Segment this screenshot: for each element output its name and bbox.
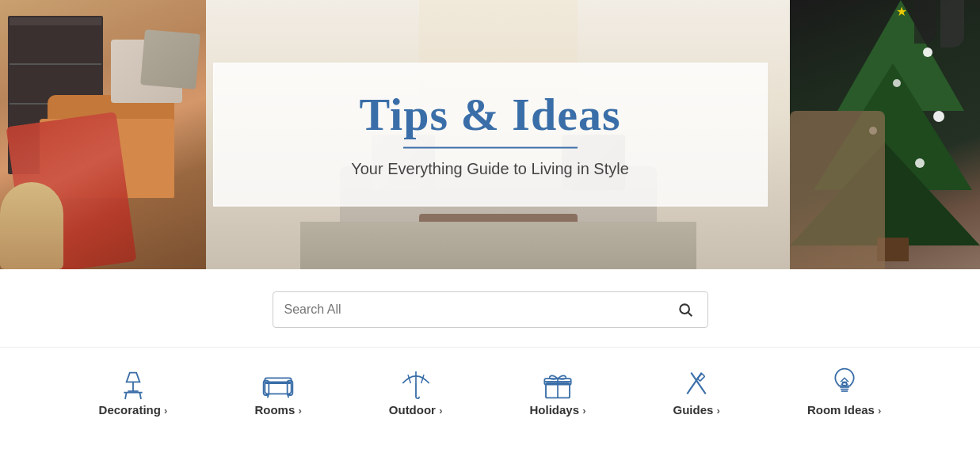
search-input[interactable] bbox=[284, 303, 674, 317]
outdoor-label: Outdoor › bbox=[389, 403, 443, 417]
rooms-label: Rooms › bbox=[254, 403, 301, 417]
category-guides[interactable]: Guides › bbox=[630, 356, 764, 424]
search-section bbox=[0, 269, 980, 347]
hero-title-underline bbox=[403, 147, 578, 149]
decorating-icon bbox=[113, 363, 153, 403]
holidays-icon bbox=[538, 363, 578, 403]
search-button[interactable] bbox=[674, 299, 696, 321]
hero-section: ★ Tips & Ideas Your Everything Guide to … bbox=[0, 0, 980, 269]
decorating-label: Decorating › bbox=[99, 403, 168, 417]
svg-marker-2 bbox=[127, 373, 140, 382]
svg-line-1 bbox=[688, 313, 692, 317]
guides-icon bbox=[677, 363, 716, 403]
search-box bbox=[273, 291, 708, 328]
hero-title: Tips & Ideas bbox=[277, 88, 704, 141]
rooms-icon bbox=[258, 363, 298, 403]
hero-subtitle: Your Everything Guide to Living in Style bbox=[277, 160, 704, 178]
svg-rect-23 bbox=[697, 374, 704, 381]
room-ideas-icon bbox=[825, 363, 864, 403]
category-rooms[interactable]: Rooms › bbox=[211, 356, 345, 424]
holidays-label: Holidays › bbox=[529, 403, 585, 417]
category-room-ideas[interactable]: Room Ideas › bbox=[764, 356, 925, 424]
category-holidays[interactable]: Holidays › bbox=[486, 356, 629, 424]
outdoor-icon bbox=[396, 363, 436, 403]
hero-overlay: Tips & Ideas Your Everything Guide to Li… bbox=[213, 63, 768, 207]
search-icon bbox=[677, 302, 693, 318]
guides-label: Guides › bbox=[673, 403, 720, 417]
svg-point-0 bbox=[680, 304, 689, 314]
category-outdoor[interactable]: Outdoor › bbox=[345, 356, 486, 424]
svg-line-6 bbox=[125, 393, 127, 399]
categories-section: Decorating › Rooms › bbox=[0, 347, 980, 448]
svg-line-7 bbox=[139, 393, 141, 399]
room-ideas-label: Room Ideas › bbox=[807, 403, 882, 417]
category-decorating[interactable]: Decorating › bbox=[55, 356, 212, 424]
